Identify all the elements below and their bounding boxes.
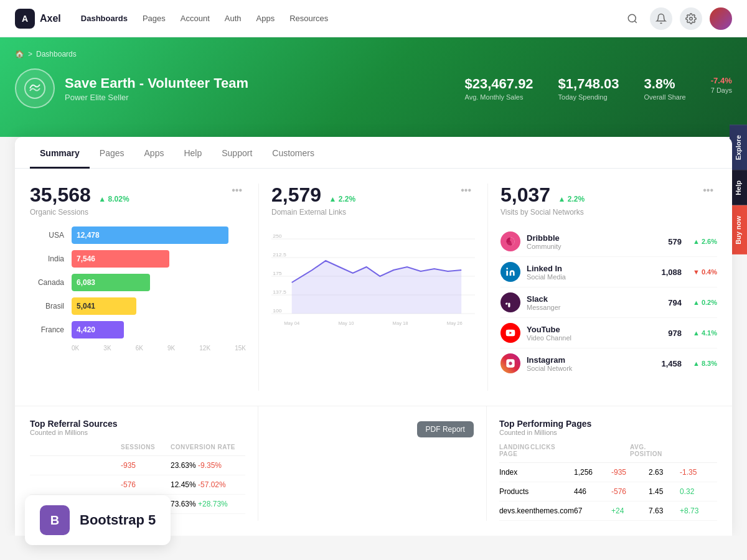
bar-row-france: France 4,420: [30, 321, 246, 338]
social-networks-card: 5,037 ▲ 2.2% Visits by Social Networks •…: [488, 184, 717, 391]
svg-text:May 26: May 26: [447, 320, 463, 326]
social-dribbble: Dribbble Community 579 ▲ 2.6%: [500, 226, 717, 257]
metric-label-1: Organic Sessions: [30, 208, 129, 217]
social-list: Dribbble Community 579 ▲ 2.6% Linked In …: [500, 226, 717, 378]
svg-text:212.5: 212.5: [273, 251, 286, 258]
referral-title: Top Referral Sources: [30, 419, 245, 429]
right-panel: Explore Help Buy now: [730, 124, 747, 254]
tabs-bar: Summary Pages Apps Help Support Customer…: [15, 137, 732, 169]
svg-point-2: [690, 17, 693, 20]
nav-dashboards[interactable]: Dashboards: [81, 14, 128, 23]
breadcrumb-page: Dashboards: [36, 50, 77, 58]
tab-customers[interactable]: Customers: [262, 137, 324, 169]
dashboard-grid: 35,568 ▲ 8.02% Organic Sessions ••• USA …: [15, 169, 732, 406]
stat-today-spending: $1,748.03 Today Spending: [558, 76, 619, 101]
metric-label-2: Domain External Links: [271, 208, 355, 217]
tab-pages[interactable]: Pages: [90, 137, 134, 169]
watermark: B Bootstrap 5: [25, 495, 171, 536]
explore-tab[interactable]: Explore: [730, 124, 747, 170]
nav-resources[interactable]: Resources: [289, 14, 328, 23]
bootstrap-icon: B: [40, 505, 70, 535]
bar-row-usa: USA 12,478: [30, 226, 246, 244]
svg-text:175: 175: [273, 270, 282, 276]
svg-text:137.5: 137.5: [273, 289, 286, 295]
dribbble-icon: [500, 231, 520, 251]
bootstrap-label: Bootstrap 5: [80, 512, 156, 528]
navbar: A Axel Dashboards Pages Account Auth App…: [0, 0, 747, 37]
user-avatar[interactable]: [710, 7, 732, 30]
top-pages-card: Top Performing Pages Counted in Millions…: [487, 406, 717, 521]
pdf-report-card: PDF Report: [258, 406, 487, 521]
social-instagram: Instagram Social Network 1,458 ▲ 8.3%: [500, 348, 717, 378]
bar-row-brasil: Brasil 5,041: [30, 297, 246, 315]
nav-right: [622, 7, 732, 30]
svg-text:May 18: May 18: [393, 320, 408, 326]
bar-row-canada: Canada 6,083: [30, 274, 246, 291]
metric-change-1: ▲ 8.02%: [98, 195, 129, 203]
bar-chart: USA 12,478 India 7,546 Canada 6,083: [30, 226, 246, 352]
top-pages-subtitle: Counted in Millions: [499, 429, 717, 436]
tab-summary[interactable]: Summary: [30, 137, 90, 169]
metric-change-2: ▲ 2.2%: [329, 195, 356, 203]
card-header-3: 5,037 ▲ 2.2% Visits by Social Networks •…: [500, 184, 717, 217]
metric-value-1: 35,568: [30, 184, 91, 206]
referral-row-1: -935 23.63% -9.35%: [30, 456, 245, 475]
brand[interactable]: A Axel: [15, 9, 61, 29]
hero-text: Save Earth - Volunteer Team Power Elite …: [65, 75, 455, 102]
settings-icon[interactable]: [680, 7, 702, 30]
metric-change-3: ▲ 2.2%: [558, 195, 585, 203]
top-pages-header: LANDING PAGE CLICKS AVG. POSITION: [499, 444, 717, 463]
hero-banner: 🏠 > Dashboards Save Earth - Volunteer Te…: [0, 37, 747, 137]
hero-content: Save Earth - Volunteer Team Power Elite …: [15, 68, 732, 108]
nav-auth[interactable]: Auth: [225, 14, 242, 23]
card-menu-1[interactable]: •••: [228, 184, 246, 197]
svg-rect-19: [506, 271, 508, 276]
tab-apps[interactable]: Apps: [134, 137, 174, 169]
instagram-icon: [500, 353, 520, 373]
card-menu-2[interactable]: •••: [457, 184, 475, 197]
stat-overall-share: 3.8% Overall Share: [644, 76, 685, 101]
nav-pages[interactable]: Pages: [143, 14, 166, 23]
social-youtube: YouTube Video Channel 978 ▲ 4.1%: [500, 318, 717, 348]
bar-axis: 0K 3K 6K 9K 12K 15K: [30, 345, 246, 352]
top-pages-row-2: Products 446 -576 1.45 0.32: [499, 482, 717, 502]
help-tab[interactable]: Help: [730, 170, 747, 205]
referral-subtitle: Counted in Millions: [30, 429, 245, 436]
home-icon[interactable]: 🏠: [15, 50, 24, 58]
stat-7days: -7.4% 7 Days: [711, 76, 732, 101]
hero-title: Save Earth - Volunteer Team: [65, 75, 455, 91]
svg-point-0: [628, 14, 636, 22]
card-header-1: 35,568 ▲ 8.02% Organic Sessions •••: [30, 184, 246, 217]
bar-row-india: India 7,546: [30, 250, 246, 268]
brand-icon: A: [15, 9, 35, 29]
linkedin-icon: [500, 262, 520, 282]
notification-icon[interactable]: [650, 7, 672, 30]
breadcrumb: 🏠 > Dashboards: [15, 50, 732, 58]
referral-row-2: -576 12.45% -57.02%: [30, 475, 245, 495]
metric-3: 5,037 ▲ 2.2% Visits by Social Networks: [500, 184, 585, 217]
buy-tab[interactable]: Buy now: [730, 205, 747, 254]
hero-subtitle: Power Elite Seller: [65, 93, 455, 102]
slack-icon: [500, 292, 520, 312]
tab-support[interactable]: Support: [212, 137, 262, 169]
tab-help[interactable]: Help: [174, 137, 212, 169]
search-button[interactable]: [622, 9, 642, 29]
social-slack: Slack Messanger 794 ▲ 0.2%: [500, 287, 717, 318]
metric-2: 2,579 ▲ 2.2% Domain External Links: [271, 184, 355, 217]
pdf-report-button[interactable]: PDF Report: [417, 421, 474, 437]
organic-sessions-card: 35,568 ▲ 8.02% Organic Sessions ••• USA …: [30, 184, 259, 391]
hero-logo: [15, 68, 55, 108]
card-header-2: 2,579 ▲ 2.2% Domain External Links •••: [271, 184, 475, 217]
nav-account[interactable]: Account: [181, 14, 210, 23]
social-linkedin: Linked In Social Media 1,088 ▼ 0.4%: [500, 257, 717, 287]
youtube-icon: [500, 323, 520, 343]
metric-value-2: 2,579: [271, 184, 321, 206]
nav-apps[interactable]: Apps: [256, 14, 275, 23]
svg-text:250: 250: [273, 233, 282, 239]
svg-text:100: 100: [273, 307, 282, 314]
top-pages-title: Top Performing Pages: [499, 419, 717, 429]
svg-point-3: [25, 78, 45, 98]
card-menu-3[interactable]: •••: [699, 184, 717, 197]
svg-text:May 10: May 10: [338, 320, 354, 326]
hero-stats: $23,467.92 Avg. Monthly Sales $1,748.03 …: [465, 76, 733, 101]
